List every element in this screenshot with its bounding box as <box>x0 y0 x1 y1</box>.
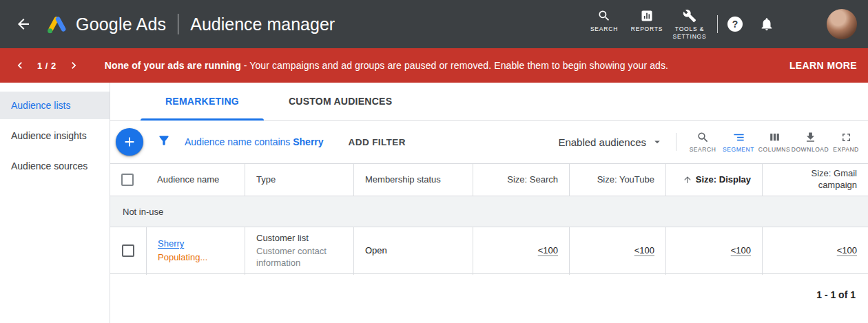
chevron-down-icon <box>651 136 663 148</box>
wrench-icon <box>683 9 696 23</box>
back-button[interactable] <box>10 10 37 38</box>
plus-icon <box>122 134 137 149</box>
learn-more-button[interactable]: LEARN MORE <box>789 60 857 71</box>
toolbar-divider <box>676 133 676 151</box>
row-checkbox[interactable] <box>122 244 134 257</box>
column-header-size-display[interactable]: Size: Display <box>665 164 762 196</box>
reports-nav-label: REPORTS <box>631 25 663 33</box>
size-display-value[interactable]: <100 <box>731 245 751 257</box>
tab-bar: REMARKETING CUSTOM AUDIENCES <box>110 83 868 121</box>
header-divider <box>178 14 178 34</box>
sort-ascending-icon <box>683 175 692 185</box>
size-youtube-cell: <100 <box>569 227 665 275</box>
banner-message-detail: - Your campaigns and ad groups are pause… <box>241 60 668 71</box>
search-nav-label: SEARCH <box>590 25 618 33</box>
size-search-cell: <100 <box>473 227 569 275</box>
tools-settings-nav-button[interactable]: TOOLS & SETTINGS <box>669 8 710 41</box>
search-nav-button[interactable]: SEARCH <box>583 8 625 33</box>
size-gmail-cell: <100 <box>762 227 868 275</box>
columns-icon <box>768 131 781 144</box>
banner-message-headline: None of your ads are running <box>105 60 241 71</box>
account-avatar[interactable] <box>827 9 857 39</box>
type-detail-label: Customer contact information <box>256 246 342 269</box>
reports-nav-button[interactable]: REPORTS <box>626 8 668 33</box>
sidebar-item-label: Audience insights <box>11 130 87 141</box>
expand-button[interactable]: EXPAND <box>828 131 864 153</box>
audience-name-link[interactable]: Sherry <box>158 238 184 250</box>
column-header-size-search[interactable]: Size: Search <box>473 164 569 196</box>
add-audience-button[interactable] <box>116 128 143 156</box>
row-checkbox-cell <box>110 227 146 275</box>
size-youtube-value[interactable]: <100 <box>634 245 654 257</box>
help-icon[interactable]: ? <box>727 17 743 32</box>
banner-next-button[interactable] <box>65 56 83 74</box>
table-search-button[interactable]: SEARCH <box>685 131 721 153</box>
membership-status-cell: Open <box>353 227 473 275</box>
expand-icon <box>840 131 853 144</box>
chevron-right-icon <box>67 59 81 72</box>
column-header-size-gmail[interactable]: Size: Gmail campaign <box>762 164 868 196</box>
size-display-cell: <100 <box>665 227 762 275</box>
content-area: Audience lists Audience insights Audienc… <box>0 83 868 323</box>
toolbar-right-group: Enabled audiences SEARCH <box>558 131 864 153</box>
select-all-checkbox[interactable] <box>121 174 134 186</box>
banner-message: None of your ads are running - Your camp… <box>105 60 668 71</box>
tools-settings-nav-label: TOOLS & SETTINGS <box>669 25 710 41</box>
banner-prev-button[interactable] <box>11 56 29 74</box>
column-header-type[interactable]: Type <box>245 164 353 196</box>
expand-label: EXPAND <box>833 146 859 153</box>
size-gmail-value[interactable]: <100 <box>837 245 857 257</box>
audience-status-dropdown-value: Enabled audiences <box>558 136 646 148</box>
table-header-row: Audience name Type Membership status Siz… <box>110 163 868 196</box>
header-divider-2 <box>717 15 718 33</box>
table-toolbar: Audience name contains Sherry ADD FILTER… <box>110 121 868 163</box>
type-label: Customer list <box>256 233 342 244</box>
column-header-size-display-label: Size: Display <box>696 174 751 186</box>
notification-banner: 1 / 2 None of your ads are running - You… <box>0 48 868 83</box>
filter-funnel-icon[interactable] <box>157 134 171 150</box>
table-row: Sherry Populating... Customer list Custo… <box>110 227 868 274</box>
audience-name-cell: Sherry Populating... <box>146 227 245 275</box>
search-icon <box>597 9 611 23</box>
pagination-label: 1 - 1 of 1 <box>110 274 868 300</box>
download-label: DOWNLOAD <box>792 146 829 153</box>
column-header-size-youtube[interactable]: Size: YouTube <box>569 164 665 196</box>
segment-icon <box>732 131 745 144</box>
reports-icon <box>640 9 654 23</box>
columns-button[interactable]: COLUMNS <box>756 131 792 153</box>
group-label: Not in-use <box>123 207 163 217</box>
search-icon <box>696 131 710 144</box>
sidebar-item-audience-sources[interactable]: Audience sources <box>0 152 110 180</box>
download-icon <box>804 131 817 144</box>
sidebar: Audience lists Audience insights Audienc… <box>0 83 110 323</box>
sidebar-item-audience-lists[interactable]: Audience lists <box>0 92 110 119</box>
populating-status: Populating... <box>158 252 234 264</box>
type-cell: Customer list Customer contact informati… <box>245 227 353 275</box>
chevron-left-icon <box>13 59 27 72</box>
notifications-bell-icon[interactable] <box>759 17 774 32</box>
banner-pager: 1 / 2 <box>37 61 56 71</box>
column-header-membership-status[interactable]: Membership status <box>353 164 473 196</box>
page-title: Audience manager <box>190 14 335 34</box>
top-app-bar: Google Ads Audience manager SEARCH REPOR… <box>0 0 868 48</box>
filter-chip-prefix: Audience name contains <box>185 136 290 147</box>
segment-button[interactable]: SEGMENT <box>721 131 756 153</box>
table-action-icons: SEARCH SEGMENT COLUMNS <box>685 131 864 153</box>
sidebar-item-audience-insights[interactable]: Audience insights <box>0 122 110 149</box>
google-ads-logo-icon <box>45 14 69 34</box>
tab-custom-audiences[interactable]: CUSTOM AUDIENCES <box>264 83 417 120</box>
filter-chip-value: Sherry <box>293 136 323 147</box>
tab-remarketing[interactable]: REMARKETING <box>141 83 264 120</box>
group-row-not-in-use: Not in-use <box>110 196 868 227</box>
column-header-audience-name[interactable]: Audience name <box>146 164 245 196</box>
active-filter-chip[interactable]: Audience name contains Sherry <box>185 136 324 147</box>
columns-label: COLUMNS <box>758 146 790 153</box>
main-panel: REMARKETING CUSTOM AUDIENCES Audience na… <box>110 83 868 323</box>
add-filter-button[interactable]: ADD FILTER <box>349 137 406 147</box>
size-search-value[interactable]: <100 <box>538 245 558 257</box>
app-name: Google Ads <box>76 14 166 34</box>
audience-status-dropdown[interactable]: Enabled audiences <box>558 136 663 148</box>
table-search-label: SEARCH <box>690 146 716 153</box>
header-checkbox-cell <box>110 164 146 196</box>
download-button[interactable]: DOWNLOAD <box>792 131 828 153</box>
